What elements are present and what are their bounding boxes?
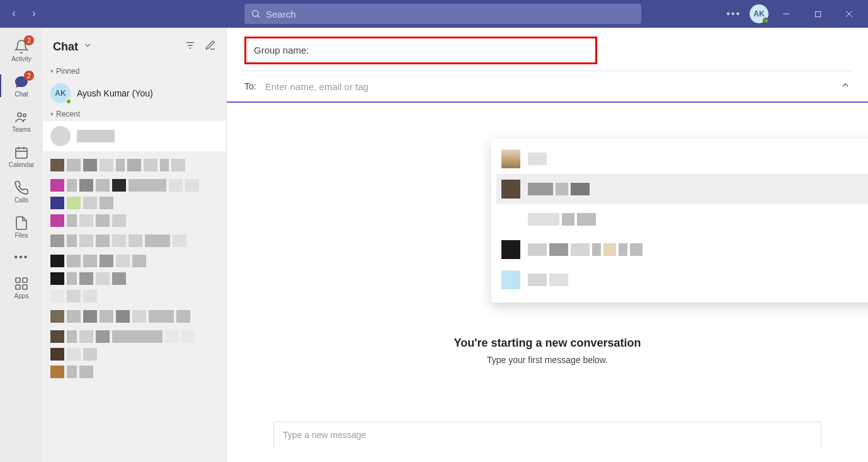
presence-indicator <box>66 98 72 105</box>
rail-label: Activity <box>11 55 31 62</box>
chat-row[interactable] <box>43 347 226 362</box>
presence-indicator <box>763 18 769 24</box>
to-field-row: To: <box>227 71 868 103</box>
avatar <box>50 126 71 146</box>
rail-activity[interactable]: 2 Activity <box>0 33 43 68</box>
phone-icon <box>14 180 29 195</box>
main-content: Group name: To: <box>227 28 868 462</box>
rail-label: Chat <box>14 91 28 98</box>
new-conversation-heading: You're starting a new conversation <box>454 337 641 350</box>
app-rail: 2 Activity 2 Chat Teams Calendar Calls <box>0 28 43 462</box>
chat-row[interactable] <box>43 271 226 286</box>
chat-row[interactable] <box>43 231 226 251</box>
suggestion-row[interactable] <box>496 234 868 265</box>
chat-name: Ayush Kumar (You) <box>77 88 153 98</box>
suggestion-row[interactable] <box>496 204 868 234</box>
chat-row[interactable] <box>43 155 226 175</box>
svg-point-6 <box>18 113 21 117</box>
to-label: To: <box>244 81 256 91</box>
chat-row[interactable] <box>43 121 226 151</box>
chat-badge: 2 <box>24 71 34 81</box>
rail-apps[interactable]: Apps <box>0 270 43 305</box>
teams-icon <box>14 110 29 125</box>
rail-label: Files <box>14 232 28 239</box>
svg-rect-13 <box>23 278 27 282</box>
rail-label: Calls <box>14 197 28 204</box>
rail-calls[interactable]: Calls <box>0 174 43 209</box>
avatar: AK <box>50 83 71 103</box>
search-input[interactable] <box>266 9 635 20</box>
chat-row[interactable] <box>43 195 226 211</box>
window-close-button[interactable] <box>835 4 863 23</box>
chevron-up-icon <box>840 80 850 90</box>
rail-label: Teams <box>12 126 30 133</box>
activity-badge: 2 <box>24 35 34 45</box>
new-conversation-subtext: Type your first message below. <box>487 355 608 365</box>
suggestion-row[interactable] <box>496 174 868 204</box>
svg-rect-14 <box>16 285 20 289</box>
user-avatar[interactable]: AK <box>750 4 768 23</box>
collapse-to-button[interactable] <box>840 80 850 93</box>
search-box[interactable] <box>244 4 641 24</box>
filter-button[interactable] <box>185 40 196 54</box>
composer-placeholder: Type a new message <box>283 430 366 440</box>
svg-rect-8 <box>16 148 27 158</box>
svg-rect-12 <box>16 278 20 282</box>
search-icon <box>251 9 261 19</box>
apps-icon <box>14 276 29 291</box>
compose-button[interactable] <box>205 40 216 54</box>
svg-point-7 <box>23 113 26 116</box>
nav-back-button[interactable] <box>5 5 23 23</box>
chat-row[interactable] <box>43 286 226 306</box>
rail-calendar[interactable]: Calendar <box>0 139 43 174</box>
message-composer[interactable]: Type a new message <box>273 422 821 449</box>
to-input[interactable] <box>265 81 831 92</box>
group-name-label: Group name: <box>254 45 309 55</box>
people-suggestions-dropdown <box>491 139 868 303</box>
svg-line-1 <box>258 16 260 18</box>
calendar-icon <box>14 145 29 160</box>
pinned-section-label[interactable]: Pinned <box>43 66 226 78</box>
chat-row[interactable] <box>43 326 226 347</box>
window-maximize-button[interactable] <box>804 4 831 23</box>
nav-forward-button[interactable] <box>25 5 43 23</box>
rail-chat[interactable]: 2 Chat <box>0 68 43 103</box>
svg-rect-15 <box>23 285 27 289</box>
rail-label: Calendar <box>9 161 35 168</box>
window-minimize-button[interactable] <box>772 4 800 23</box>
chevron-down-icon[interactable] <box>83 41 92 52</box>
pinned-self-chat[interactable]: AK Ayush Kumar (You) <box>43 78 226 108</box>
chat-list-title: Chat <box>53 40 78 54</box>
svg-rect-3 <box>815 11 820 16</box>
compose-icon <box>205 40 216 51</box>
chat-row[interactable] <box>43 251 226 271</box>
file-icon <box>14 216 29 231</box>
avatar-initials: AK <box>55 89 66 98</box>
rail-more-button[interactable]: ••• <box>0 245 43 270</box>
chat-row[interactable] <box>43 211 226 231</box>
avatar-initials: AK <box>753 9 764 18</box>
chat-row[interactable] <box>43 306 226 326</box>
svg-point-0 <box>253 11 258 16</box>
suggestion-row[interactable] <box>496 265 868 295</box>
group-name-field-highlight[interactable]: Group name: <box>244 37 597 64</box>
rail-label: Apps <box>14 292 29 299</box>
rail-files[interactable]: Files <box>0 209 43 245</box>
filter-icon <box>185 40 196 51</box>
titlebar: ••• AK <box>0 0 868 28</box>
recent-section-label[interactable]: Recent <box>43 108 226 121</box>
suggestion-row[interactable] <box>496 144 868 174</box>
chat-row[interactable] <box>43 175 226 195</box>
rail-teams[interactable]: Teams <box>0 103 43 139</box>
chat-row[interactable] <box>43 362 226 382</box>
more-options-button[interactable]: ••• <box>721 6 746 22</box>
chat-list-panel: Chat Pinned AK <box>43 28 227 462</box>
